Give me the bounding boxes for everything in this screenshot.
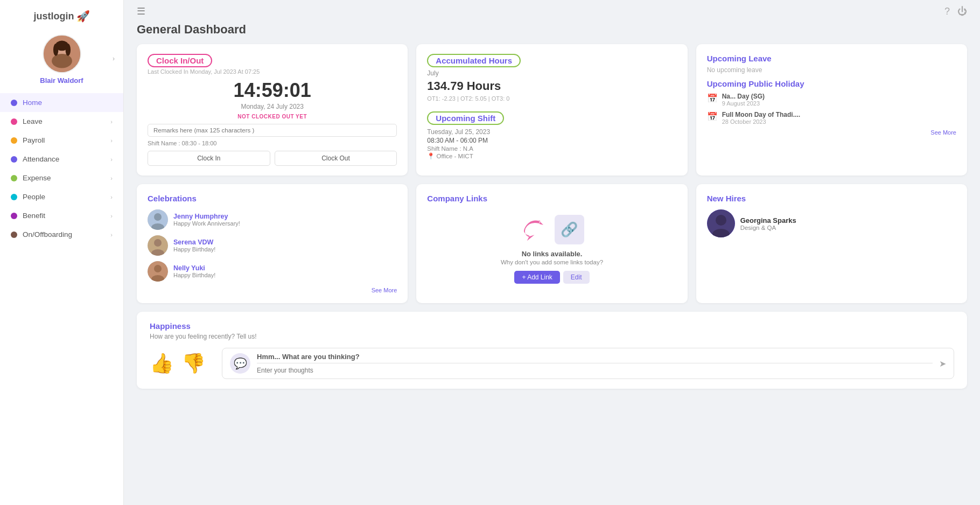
company-links-empty-state: 🔗 No links available. Why don't you add …: [427, 209, 676, 289]
attendance-label: Attendance: [23, 155, 105, 163]
clock-inout-card: Clock In/Out Last Clocked In Monday, Jul…: [137, 44, 408, 176]
last-clocked-text: Last Clocked In Monday, Jul 2023 At 07:2…: [148, 68, 397, 75]
accumulated-month: July: [427, 69, 676, 77]
clock-out-button[interactable]: Clock Out: [275, 151, 397, 166]
remarks-input[interactable]: [148, 124, 397, 137]
holiday-details-2: Full Moon Day of Thadi.... 28 October 20…: [722, 111, 800, 125]
celebrations-title: Celebrations: [148, 194, 397, 203]
hamburger-menu-icon[interactable]: ☰: [137, 5, 145, 17]
holiday-date-2: 28 October 2023: [722, 118, 800, 125]
topbar: ☰ ? ⏻: [124, 0, 980, 23]
sidebar-item-attendance[interactable]: Attendance ›: [0, 150, 123, 169]
sidebar-item-home[interactable]: Home: [0, 93, 123, 112]
calendar-icon-1: 📅: [707, 93, 718, 103]
chain-link-icon: 🔗: [555, 215, 584, 244]
arrow-icon-decoration: [520, 215, 549, 244]
calendar-icon-2: 📅: [707, 111, 718, 122]
edit-link-button[interactable]: Edit: [563, 271, 590, 284]
shift-time: 08:30 AM - 06:00 PM: [427, 137, 676, 144]
benefit-dot-icon: [11, 213, 17, 219]
speech-bubble-icon: 💬: [230, 353, 250, 374]
people-chevron-icon: ›: [110, 194, 113, 200]
celebrant-name-1: Serena VDW: [173, 239, 215, 246]
no-upcoming-leave-text: No upcoming leave: [707, 66, 956, 74]
holiday-name-1: Na... Day (SG): [722, 93, 765, 100]
celebrations-card: Celebrations Jenny Humphrey Happy Work A…: [137, 184, 408, 303]
accumulated-hours-value: 134.79 Hours: [427, 79, 676, 93]
home-label: Home: [23, 99, 113, 107]
benefit-chevron-icon: ›: [110, 213, 113, 219]
user-profile-area[interactable]: Blair Waldorf ›: [0, 28, 123, 89]
topbar-left: ☰: [137, 5, 145, 17]
thoughts-input[interactable]: [257, 363, 933, 374]
see-more-holidays[interactable]: See More: [707, 129, 956, 136]
logo-text: justlogin: [34, 11, 74, 22]
clock-inout-title: Clock In/Out: [148, 54, 212, 67]
payroll-dot-icon: [11, 137, 17, 144]
thumbs-up-icon[interactable]: 👍: [150, 352, 174, 375]
celebrant-name-2: Nelly Yuki: [173, 264, 215, 272]
company-links-buttons: + Add Link Edit: [514, 271, 589, 284]
username-label: Blair Waldorf: [40, 76, 83, 85]
send-icon[interactable]: ➤: [939, 359, 946, 369]
expense-label: Expense: [23, 174, 105, 182]
celebration-info-1: Serena VDW Happy Birthday!: [173, 239, 215, 252]
svg-point-14: [154, 265, 162, 272]
thumbs-down-icon[interactable]: 👎: [181, 352, 206, 375]
new-hires-card: New Hires Georgina Sparks Design & QA: [696, 184, 967, 303]
happiness-text-area: Hmm... What are you thinking?: [257, 353, 933, 374]
upcoming-holiday-section: Upcoming Public Holiday 📅 Na... Day (SG)…: [707, 74, 956, 136]
celebration-avatar-1: [148, 235, 168, 256]
user-chevron-icon: ›: [113, 55, 115, 62]
svg-point-11: [154, 239, 162, 247]
happiness-bottom: 👍 👎 💬 Hmm... What are you thinking? ➤: [150, 348, 954, 379]
sidebar-item-leave[interactable]: Leave ›: [0, 112, 123, 131]
help-icon[interactable]: ?: [944, 6, 950, 17]
holiday-details-1: Na... Day (SG) 9 August 2023: [722, 93, 765, 107]
celebration-item-1: Serena VDW Happy Birthday!: [148, 235, 397, 256]
celebration-item-2: Nelly Yuki Happy Birthday!: [148, 261, 397, 282]
shift-name-detail: Shift Name : N.A: [427, 145, 676, 152]
celebration-avatar-0: [148, 209, 168, 230]
svg-point-8: [154, 213, 162, 221]
hire-avatar-0: [707, 209, 735, 237]
accumulated-hours-title: Accumulated Hours: [427, 54, 521, 67]
office-label: Office - MICT: [437, 153, 473, 159]
holiday-item-2: 📅 Full Moon Day of Thadi.... 28 October …: [707, 111, 956, 125]
happiness-title: Happiness: [150, 321, 954, 331]
add-link-button[interactable]: + Add Link: [514, 271, 559, 284]
page-title: General Dashboard: [124, 23, 980, 44]
accumulated-hours-section: Accumulated Hours July 134.79 Hours OT1:…: [427, 54, 676, 102]
sidebar-item-onoffboarding[interactable]: On/Offboarding ›: [0, 225, 123, 244]
sidebar-item-expense[interactable]: Expense ›: [0, 169, 123, 187]
sidebar-item-benefit[interactable]: Benefit ›: [0, 206, 123, 225]
shift-date: Tuesday, Jul 25, 2023: [427, 128, 676, 136]
dashboard-first-row: Clock In/Out Last Clocked In Monday, Jul…: [124, 44, 980, 184]
svg-point-5: [53, 44, 58, 56]
shift-name-label: Shift Name : 08:30 - 18:00: [148, 140, 397, 146]
upcoming-shift-title: Upcoming Shift: [427, 111, 504, 125]
link-icons-area: 🔗: [520, 215, 584, 244]
see-more-celebrations[interactable]: See More: [148, 287, 397, 293]
clock-in-button[interactable]: Clock In: [148, 151, 270, 166]
clock-buttons: Clock In Clock Out: [148, 151, 397, 166]
upcoming-holiday-title: Upcoming Public Holiday: [707, 79, 956, 88]
sidebar-navigation: Home Leave › Payroll › Attendance › Expe…: [0, 93, 123, 244]
sidebar-item-payroll[interactable]: Payroll ›: [0, 131, 123, 150]
power-icon[interactable]: ⏻: [957, 6, 967, 17]
thumbs-area: 👍 👎: [150, 352, 206, 375]
sidebar-item-people[interactable]: People ›: [0, 187, 123, 206]
leave-chevron-icon: ›: [110, 118, 113, 125]
holiday-item-1: 📅 Na... Day (SG) 9 August 2023: [707, 93, 956, 107]
celebration-item-0: Jenny Humphrey Happy Work Anniversary!: [148, 209, 397, 230]
holiday-name-2: Full Moon Day of Thadi....: [722, 111, 800, 118]
onoffboarding-dot-icon: [11, 232, 17, 238]
hmm-text: Hmm... What are you thinking?: [257, 353, 933, 361]
svg-point-18: [716, 215, 726, 226]
upcoming-leave-section: Upcoming Leave No upcoming leave: [707, 54, 956, 74]
home-dot-icon: [11, 100, 17, 106]
shift-office: 📍 Office - MICT: [427, 152, 676, 160]
clock-date-display: Monday, 24 July 2023: [148, 103, 397, 110]
topbar-right: ? ⏻: [944, 6, 967, 17]
svg-point-3: [52, 54, 72, 68]
